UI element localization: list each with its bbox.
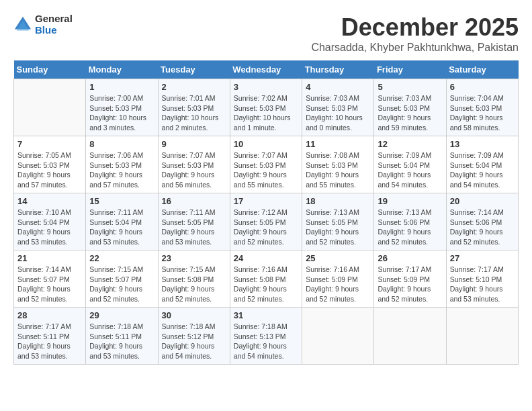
calendar-cell: 2Sunrise: 7:01 AMSunset: 5:03 PMDaylight… [158,79,230,136]
day-number: 29 [89,310,154,320]
calendar-cell: 18Sunrise: 7:13 AMSunset: 5:05 PMDayligh… [302,193,374,250]
day-number: 5 [378,82,442,92]
day-info: Sunrise: 7:06 AMSunset: 5:03 PMDaylight:… [89,150,154,190]
day-info: Sunrise: 7:07 AMSunset: 5:03 PMDaylight:… [234,150,298,190]
day-info: Sunrise: 7:17 AMSunset: 5:11 PMDaylight:… [17,322,82,361]
day-number: 13 [450,139,515,149]
weekday-header-row: SundayMondayTuesdayWednesdayThursdayFrid… [14,60,519,79]
calendar-cell: 14Sunrise: 7:10 AMSunset: 5:04 PMDayligh… [14,193,86,250]
calendar-week-3: 14Sunrise: 7:10 AMSunset: 5:04 PMDayligh… [14,193,519,250]
calendar-cell: 3Sunrise: 7:02 AMSunset: 5:03 PMDaylight… [230,79,302,136]
calendar-cell: 15Sunrise: 7:11 AMSunset: 5:04 PMDayligh… [86,193,158,250]
logo-blue-text: Blue [35,25,73,36]
calendar-cell [374,308,446,365]
day-info: Sunrise: 7:16 AMSunset: 5:08 PMDaylight:… [234,265,298,304]
day-info: Sunrise: 7:02 AMSunset: 5:03 PMDaylight:… [234,93,298,133]
calendar-cell [446,308,518,365]
weekday-header-friday: Friday [374,60,446,79]
logo: General Blue [13,13,73,36]
day-info: Sunrise: 7:01 AMSunset: 5:03 PMDaylight:… [162,93,226,133]
day-number: 23 [162,253,226,263]
weekday-header-wednesday: Wednesday [230,60,302,79]
calendar-cell: 13Sunrise: 7:09 AMSunset: 5:04 PMDayligh… [446,136,518,193]
location-title: Charsadda, Khyber Pakhtunkhwa, Pakistan [311,42,519,54]
calendar-cell: 10Sunrise: 7:07 AMSunset: 5:03 PMDayligh… [230,136,302,193]
logo-general-text: General [35,13,73,25]
calendar-cell: 23Sunrise: 7:15 AMSunset: 5:08 PMDayligh… [158,250,230,308]
day-number: 15 [89,196,154,206]
day-info: Sunrise: 7:17 AMSunset: 5:10 PMDaylight:… [450,265,515,304]
day-number: 6 [450,82,515,92]
day-number: 14 [17,196,82,206]
calendar-cell: 8Sunrise: 7:06 AMSunset: 5:03 PMDaylight… [86,136,158,193]
calendar-cell: 7Sunrise: 7:05 AMSunset: 5:03 PMDaylight… [14,136,86,193]
day-info: Sunrise: 7:09 AMSunset: 5:04 PMDaylight:… [450,150,515,190]
calendar-cell: 5Sunrise: 7:03 AMSunset: 5:03 PMDaylight… [374,79,446,136]
day-number: 1 [89,82,154,92]
page-header: General Blue December 2025 Charsadda, Kh… [13,13,519,54]
calendar-cell: 1Sunrise: 7:00 AMSunset: 5:03 PMDaylight… [86,79,158,136]
day-info: Sunrise: 7:11 AMSunset: 5:04 PMDaylight:… [89,208,154,247]
calendar-cell: 9Sunrise: 7:07 AMSunset: 5:03 PMDaylight… [158,136,230,193]
calendar-week-2: 7Sunrise: 7:05 AMSunset: 5:03 PMDaylight… [14,136,519,193]
day-number: 7 [17,139,82,149]
day-number: 18 [306,196,370,206]
calendar-body: 1Sunrise: 7:00 AMSunset: 5:03 PMDaylight… [14,79,519,365]
calendar-cell: 12Sunrise: 7:09 AMSunset: 5:04 PMDayligh… [374,136,446,193]
day-number: 21 [17,253,82,263]
calendar-cell [14,79,86,136]
day-number: 4 [306,82,370,92]
day-number: 26 [378,253,442,263]
calendar-cell: 6Sunrise: 7:04 AMSunset: 5:03 PMDaylight… [446,79,518,136]
weekday-header-sunday: Sunday [14,60,86,79]
calendar-cell: 21Sunrise: 7:14 AMSunset: 5:07 PMDayligh… [14,250,86,308]
day-info: Sunrise: 7:13 AMSunset: 5:05 PMDaylight:… [306,208,370,247]
day-info: Sunrise: 7:04 AMSunset: 5:03 PMDaylight:… [450,93,515,133]
calendar-week-1: 1Sunrise: 7:00 AMSunset: 5:03 PMDaylight… [14,79,519,136]
day-info: Sunrise: 7:16 AMSunset: 5:09 PMDaylight:… [306,265,370,304]
calendar-cell: 20Sunrise: 7:14 AMSunset: 5:06 PMDayligh… [446,193,518,250]
day-info: Sunrise: 7:13 AMSunset: 5:06 PMDaylight:… [378,208,442,247]
day-info: Sunrise: 7:09 AMSunset: 5:04 PMDaylight:… [378,150,442,190]
day-number: 3 [234,82,298,92]
day-info: Sunrise: 7:11 AMSunset: 5:05 PMDaylight:… [162,208,226,247]
day-number: 11 [306,139,370,149]
day-info: Sunrise: 7:08 AMSunset: 5:03 PMDaylight:… [306,150,370,190]
calendar-cell: 19Sunrise: 7:13 AMSunset: 5:06 PMDayligh… [374,193,446,250]
day-number: 27 [450,253,515,263]
calendar-cell: 22Sunrise: 7:15 AMSunset: 5:07 PMDayligh… [86,250,158,308]
day-info: Sunrise: 7:17 AMSunset: 5:09 PMDaylight:… [378,265,442,304]
day-number: 8 [89,139,154,149]
day-info: Sunrise: 7:15 AMSunset: 5:07 PMDaylight:… [89,265,154,304]
day-info: Sunrise: 7:07 AMSunset: 5:03 PMDaylight:… [162,150,226,190]
day-number: 19 [378,196,442,206]
day-number: 9 [162,139,226,149]
calendar-cell: 4Sunrise: 7:03 AMSunset: 5:03 PMDaylight… [302,79,374,136]
day-info: Sunrise: 7:00 AMSunset: 5:03 PMDaylight:… [89,93,154,133]
day-info: Sunrise: 7:15 AMSunset: 5:08 PMDaylight:… [162,265,226,304]
calendar-cell: 17Sunrise: 7:12 AMSunset: 5:05 PMDayligh… [230,193,302,250]
calendar-cell: 24Sunrise: 7:16 AMSunset: 5:08 PMDayligh… [230,250,302,308]
day-info: Sunrise: 7:12 AMSunset: 5:05 PMDaylight:… [234,208,298,247]
title-section: December 2025 Charsadda, Khyber Pakhtunk… [311,13,519,54]
calendar-cell: 11Sunrise: 7:08 AMSunset: 5:03 PMDayligh… [302,136,374,193]
weekday-header-thursday: Thursday [302,60,374,79]
day-number: 17 [234,196,298,206]
calendar-cell: 30Sunrise: 7:18 AMSunset: 5:12 PMDayligh… [158,308,230,365]
day-number: 24 [234,253,298,263]
weekday-header-monday: Monday [86,60,158,79]
day-number: 22 [89,253,154,263]
calendar-cell: 28Sunrise: 7:17 AMSunset: 5:11 PMDayligh… [14,308,86,365]
day-info: Sunrise: 7:05 AMSunset: 5:03 PMDaylight:… [17,150,82,190]
weekday-header-tuesday: Tuesday [158,60,230,79]
calendar-week-4: 21Sunrise: 7:14 AMSunset: 5:07 PMDayligh… [14,250,519,308]
day-number: 31 [234,310,298,320]
day-number: 12 [378,139,442,149]
day-number: 2 [162,82,226,92]
month-title: December 2025 [311,13,519,42]
weekday-header-saturday: Saturday [446,60,518,79]
logo-icon [13,15,32,34]
day-info: Sunrise: 7:14 AMSunset: 5:06 PMDaylight:… [450,208,515,247]
calendar-cell: 25Sunrise: 7:16 AMSunset: 5:09 PMDayligh… [302,250,374,308]
day-number: 25 [306,253,370,263]
